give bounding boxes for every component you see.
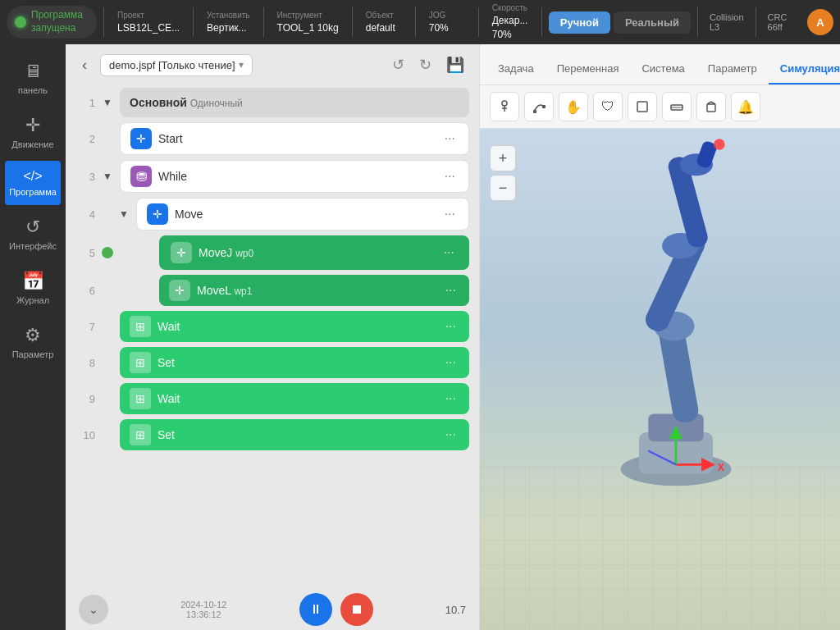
line-num: 8: [75, 357, 95, 369]
block-set-1[interactable]: ⊞ Set ···: [120, 347, 469, 378]
block-wait-1[interactable]: ⊞ Wait ···: [120, 311, 469, 342]
project-item[interactable]: Проект LSB12L_CE...: [111, 7, 186, 39]
plane-icon: [669, 99, 684, 114]
svg-rect-4: [542, 105, 546, 108]
tab-system[interactable]: Система: [630, 54, 696, 84]
block-move[interactable]: ✛ Move ···: [136, 198, 469, 231]
collapse-arrow-while[interactable]: ▼: [102, 171, 113, 182]
view-shield-btn[interactable]: 🛡: [593, 92, 623, 121]
collapse-arrow-move[interactable]: ▼: [118, 208, 130, 220]
movel-label: MoveL wp1: [197, 284, 436, 297]
line-num: 2: [75, 133, 95, 145]
main-content: 🖥 панель ✛ Движение </> Программа ↺ Инте…: [0, 44, 840, 630]
set1-more-button[interactable]: ···: [442, 354, 459, 372]
move-label: Move: [175, 208, 435, 221]
save-button[interactable]: 💾: [441, 52, 469, 77]
line-num: 10: [75, 429, 95, 441]
divider-7: [541, 7, 542, 37]
zoom-out-button[interactable]: −: [490, 175, 516, 201]
avatar[interactable]: A: [807, 9, 833, 35]
path-icon: [532, 99, 546, 114]
view-box-btn[interactable]: [696, 92, 726, 121]
collapse-arrow[interactable]: ▼: [102, 97, 113, 108]
footer-datetime: 2024-10-12 13:36:12: [180, 600, 226, 619]
block-header[interactable]: Основной Одиночный: [120, 88, 469, 117]
set2-more-button[interactable]: ···: [442, 426, 459, 444]
block-movej[interactable]: ✛ MoveJ wp0 ···: [159, 235, 469, 270]
start-icon: ✛: [130, 128, 152, 149]
start-more-button[interactable]: ···: [441, 130, 459, 148]
manual-button[interactable]: Ручной: [549, 11, 610, 34]
view-bell-btn[interactable]: 🔔: [731, 92, 760, 121]
while-more-button[interactable]: ···: [441, 167, 459, 185]
sidebar-item-panel[interactable]: 🖥 панель: [5, 52, 61, 103]
zoom-in-button[interactable]: +: [490, 145, 516, 171]
block-set-2[interactable]: ⊞ Set ···: [120, 419, 469, 450]
robot-viewport[interactable]: + −: [480, 129, 840, 630]
right-tabs: Задача Переменная Система Параметр Симул…: [480, 44, 840, 85]
block-wait-2[interactable]: ⊞ Wait ···: [120, 383, 469, 414]
movej-more-button[interactable]: ···: [441, 244, 458, 262]
panel-icon: 🖥: [24, 61, 42, 82]
file-selector[interactable]: demo.jspf [Только чтение] ▾: [100, 54, 253, 76]
divider-3: [263, 7, 264, 37]
tool-item[interactable]: Инструмент TOOL_1 10kg: [271, 7, 345, 39]
sidebar-item-label: Журнал: [16, 295, 49, 305]
view-path-btn[interactable]: [524, 92, 554, 121]
move-icon: ✛: [147, 203, 168, 225]
object-item[interactable]: Объект default: [359, 7, 409, 39]
code-row-5: 5 ✛ MoveJ wp0 ···: [75, 233, 469, 272]
view-plane-btn[interactable]: [662, 92, 692, 121]
collision-info: Collision L3: [705, 12, 749, 32]
divider-1: [103, 7, 104, 37]
block-while[interactable]: ⛃ While ···: [120, 160, 469, 193]
chevron-down-icon: ▾: [239, 59, 244, 71]
code-row-2: 2 ▼ ✛ Start ···: [75, 120, 469, 158]
code-row-10: 10 ▼ ⊞ Set ···: [75, 417, 469, 453]
cube-icon: [635, 99, 650, 114]
view-hand-btn[interactable]: ✋: [559, 92, 588, 121]
install-item[interactable]: Установить Вертик...: [200, 7, 257, 39]
movel-more-button[interactable]: ···: [442, 281, 459, 299]
tab-variable[interactable]: Переменная: [546, 54, 631, 84]
playback-controls: ⏸ ⏹: [299, 593, 373, 626]
undo-button[interactable]: ↺: [387, 52, 409, 77]
zoom-controls: + −: [490, 145, 516, 201]
tab-task[interactable]: Задача: [486, 54, 546, 84]
block-movel[interactable]: ✛ MoveL wp1 ···: [159, 275, 469, 306]
sidebar-item-label: панель: [18, 85, 48, 95]
line-num: 1: [75, 97, 95, 109]
panel-actions: ↺ ↻ 💾: [387, 52, 469, 77]
wait2-icon: ⊞: [130, 388, 151, 409]
sidebar-item-movement[interactable]: ✛ Движение: [5, 107, 61, 158]
jog-item[interactable]: JOG 70%: [422, 7, 472, 39]
real-button[interactable]: Реальный: [614, 11, 691, 34]
panel-footer: ⌄ 2024-10-12 13:36:12 ⏸ ⏹ 10.7: [66, 589, 479, 630]
pause-button[interactable]: ⏸: [299, 593, 332, 626]
journal-icon: 📅: [22, 271, 44, 292]
block-start[interactable]: ✛ Start ···: [120, 122, 469, 155]
sidebar-item-param[interactable]: ⚙ Параметр: [5, 317, 61, 368]
line-num: 5: [75, 247, 95, 259]
code-row-8: 8 ▼ ⊞ Set ···: [75, 345, 469, 381]
speed-item[interactable]: Скорость Декар... 70%: [486, 0, 535, 45]
tab-param[interactable]: Параметр: [696, 54, 769, 84]
scroll-button[interactable]: ⌄: [79, 595, 108, 624]
svg-point-20: [714, 139, 725, 150]
redo-button[interactable]: ↻: [414, 52, 436, 77]
wait2-more-button[interactable]: ···: [442, 390, 459, 408]
view-robot-btn[interactable]: [490, 92, 519, 121]
wait1-more-button[interactable]: ···: [442, 317, 459, 336]
stop-button[interactable]: ⏹: [340, 593, 373, 626]
back-button[interactable]: ‹: [75, 53, 94, 77]
tab-simulation[interactable]: Симуляция: [769, 54, 840, 84]
sidebar-item-journal[interactable]: 📅 Журнал: [5, 262, 61, 313]
sidebar-item-program[interactable]: </> Программа: [5, 161, 61, 205]
code-row-1: 1 ▼ Основной Одиночный: [75, 85, 469, 120]
line-num: 7: [75, 321, 95, 333]
sidebar-item-interface[interactable]: ↺ Интерфейс: [5, 208, 61, 259]
sidebar-item-label: Движение: [11, 139, 53, 149]
view-cube-btn[interactable]: [628, 92, 657, 121]
status-dot: [15, 16, 26, 28]
move-more-button[interactable]: ···: [441, 205, 459, 223]
